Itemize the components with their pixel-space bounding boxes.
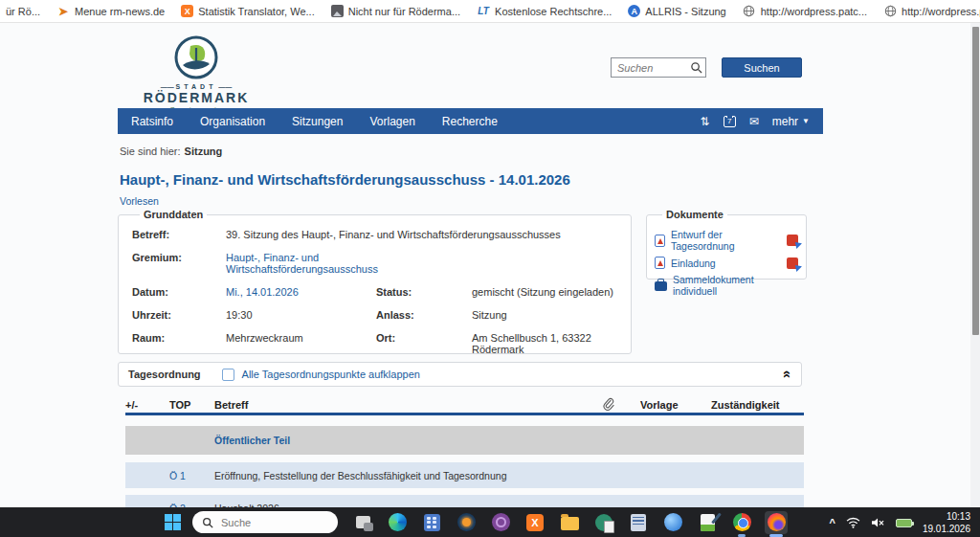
ort-label: Ort: xyxy=(376,332,472,355)
taskbar-apps: X xyxy=(351,511,788,534)
main-navbar: Ratsinfo Organisation Sitzungen Vorlagen… xyxy=(118,108,823,134)
tagesordnung-panel-header: Tagesordnung Alle Tagesordnungspunkte au… xyxy=(118,362,802,387)
pdf-download-icon[interactable] xyxy=(787,235,798,246)
battery-icon[interactable] xyxy=(896,519,912,527)
bookmark-item-cut[interactable]: ür Rö... xyxy=(6,6,40,17)
status-value: gemischt (Sitzung eingeladen) xyxy=(472,286,617,298)
pdf-file-icon xyxy=(655,235,665,247)
scrollbar-thumb[interactable] xyxy=(972,27,979,335)
agenda-row-2[interactable]: Ö 2 Haushalt 2026 xyxy=(125,495,804,507)
calculator-icon[interactable] xyxy=(420,511,443,534)
dokumente-panel: Dokumente Entwurf der Tagesordnung Einla… xyxy=(646,209,807,280)
paperclip-icon xyxy=(602,397,640,412)
globe-icon xyxy=(883,5,897,18)
file-explorer-icon[interactable] xyxy=(558,511,581,534)
calendar-icon[interactable]: 7 xyxy=(724,116,736,127)
site-logo[interactable]: —— STADT —— RÖDERMARK Gemeinsam eins xyxy=(120,34,273,114)
start-button[interactable] xyxy=(165,514,181,530)
firefox-icon[interactable] xyxy=(765,511,788,534)
raum-label: Raum: xyxy=(132,332,226,355)
agenda-table-header: +/- TOP Betreff Vorlage Zuständigkeit xyxy=(125,396,804,415)
bookmark-label: Kostenlose Rechtschre... xyxy=(495,6,612,17)
chrome-icon[interactable] xyxy=(730,511,753,534)
gremium-link[interactable]: Haupt-, Finanz- und Wirtschaftsförderung… xyxy=(226,252,617,275)
bookmark-label: ür Rö... xyxy=(6,6,40,17)
nav-item-vorlagen[interactable]: Vorlagen xyxy=(369,115,414,128)
refresh-icon[interactable]: ⇅ xyxy=(701,115,710,128)
bookmark-item-rechtschreibung[interactable]: LT Kostenlose Rechtschre... xyxy=(477,5,612,18)
expand-all-checkbox[interactable] xyxy=(222,369,234,381)
document-link-einladung[interactable]: Einladung xyxy=(655,257,798,269)
betreff-value: 39. Sitzung des Haupt-, Finanz- und Wirt… xyxy=(226,229,617,240)
bookmark-item-rm-news[interactable]: ➤ Menue rm-news.de xyxy=(56,5,165,18)
volume-muted-icon[interactable] xyxy=(871,517,885,528)
tray-time: 10:13 xyxy=(923,510,970,523)
col-zustaendigkeit: Zuständigkeit xyxy=(711,399,804,411)
uhrzeit-value: 19:30 xyxy=(226,309,376,321)
task-view-icon[interactable] xyxy=(351,511,374,534)
bookmark-label: Statistik Translator, We... xyxy=(198,6,314,17)
wifi-icon[interactable] xyxy=(846,517,860,528)
nav-more-button[interactable]: mehr ▼ xyxy=(772,115,810,128)
languagetool-icon: LT xyxy=(477,5,490,18)
windows-taskbar: X ^ 10:13 19.01.2026 xyxy=(0,507,980,537)
bookmark-item-wordpress-2[interactable]: http://wordpress.patc... xyxy=(883,5,980,18)
tray-date: 19.01.2026 xyxy=(923,523,970,535)
betreff-label: Betreff: xyxy=(132,229,226,240)
browser-swirl-icon[interactable] xyxy=(661,511,684,534)
page-scrollbar[interactable] xyxy=(970,23,980,507)
pdf-download-icon[interactable] xyxy=(787,257,798,269)
collapse-all-icon[interactable]: « xyxy=(783,370,792,378)
taskbar-search[interactable] xyxy=(192,511,338,533)
allris-icon: A xyxy=(628,5,640,17)
vorlesen-link[interactable]: Vorlesen xyxy=(120,195,159,207)
notepad-icon[interactable] xyxy=(627,511,650,534)
edge-icon[interactable] xyxy=(386,511,409,534)
gremium-label: Gremium: xyxy=(132,252,226,275)
uhrzeit-label: Uhrzeit: xyxy=(132,309,226,321)
agenda-row-1[interactable]: Ö 1 Eröffnung, Feststellung der Beschlus… xyxy=(125,462,804,488)
briefcase-icon xyxy=(655,281,667,291)
tor-browser-icon[interactable] xyxy=(489,511,512,534)
xampp-icon: X xyxy=(181,5,193,17)
bookmark-item-allris[interactable]: A ALLRIS - Sitzung xyxy=(628,5,725,17)
magnifier-icon xyxy=(202,517,213,528)
arrow-icon: ➤ xyxy=(56,5,70,18)
editor-doc-icon[interactable] xyxy=(696,511,719,534)
col-plusminus: +/- xyxy=(125,399,169,411)
status-label: Status: xyxy=(376,286,472,298)
expand-all-label[interactable]: Alle Tagesordnungspunkte aufklappen xyxy=(242,369,420,380)
bookmark-item-statistik[interactable]: X Statistik Translator, We... xyxy=(181,5,314,17)
agenda-betreff: Eröffnung, Feststellung der Beschlussfäh… xyxy=(214,470,804,481)
grunddaten-legend: Grunddaten xyxy=(140,209,207,220)
bookmark-item-wordpress-1[interactable]: http://wordpress.patc... xyxy=(743,5,867,18)
search-field-wrap xyxy=(611,57,706,78)
document-link-tagesordnung[interactable]: Entwurf der Tagesordnung xyxy=(655,229,798,252)
anlass-label: Anlass: xyxy=(376,309,472,321)
sun-app-icon[interactable] xyxy=(455,511,478,534)
datum-link[interactable]: Mi., 14.01.2026 xyxy=(226,286,376,298)
search-button[interactable]: Suchen xyxy=(722,57,802,78)
nav-item-recherche[interactable]: Recherche xyxy=(442,115,498,128)
nav-item-sitzungen[interactable]: Sitzungen xyxy=(292,115,343,128)
nav-item-organisation[interactable]: Organisation xyxy=(200,115,265,128)
xampp-icon[interactable]: X xyxy=(523,511,546,534)
nav-item-ratsinfo[interactable]: Ratsinfo xyxy=(131,115,173,128)
logo-stadt-text: —— STADT —— xyxy=(120,83,273,90)
internet-doc-icon[interactable] xyxy=(592,511,615,534)
browser-bookmarks-bar: ür Rö... ➤ Menue rm-news.de X Statistik … xyxy=(0,0,980,23)
bookmark-item-nicht-nur[interactable]: Nicht nur für Röderma... xyxy=(331,5,460,17)
chevron-down-icon: ▼ xyxy=(802,117,810,125)
breadcrumb-current: Sitzung xyxy=(185,145,223,157)
agenda-top-number[interactable]: Ö 1 xyxy=(169,470,214,481)
clock[interactable]: 10:13 19.01.2026 xyxy=(923,510,970,535)
envelope-icon[interactable]: ✉ xyxy=(749,115,759,128)
taskbar-search-input[interactable] xyxy=(221,517,317,528)
system-tray: ^ 10:13 19.01.2026 xyxy=(830,510,980,535)
content-column: —— STADT —— RÖDERMARK Gemeinsam eins Suc… xyxy=(118,23,823,507)
document-link-sammeldokument[interactable]: Sammeldokument individuell xyxy=(655,274,798,297)
tray-chevron-up-icon[interactable]: ^ xyxy=(830,517,835,528)
search-input[interactable] xyxy=(617,62,690,74)
logo-leaf-icon xyxy=(173,34,219,80)
page-title: Haupt-, Finanz- und Wirtschaftsförderung… xyxy=(120,171,570,188)
